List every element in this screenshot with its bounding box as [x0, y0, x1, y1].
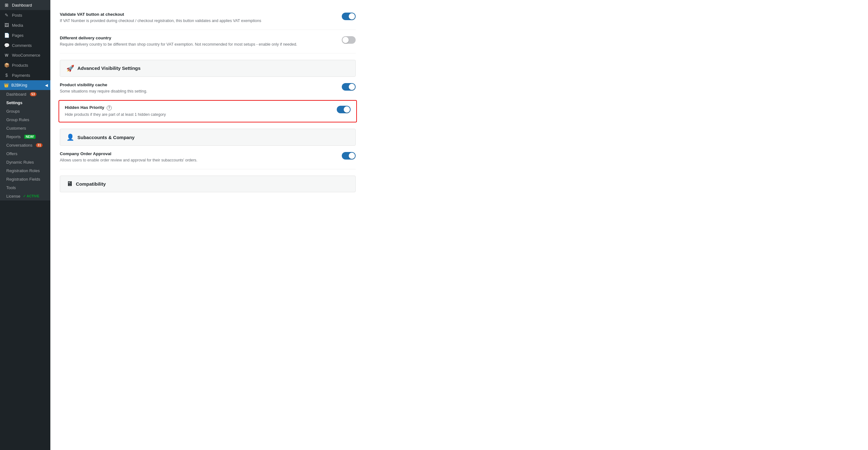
rocket-icon: 🚀: [66, 65, 74, 72]
sub-reports-label: Reports: [6, 134, 21, 139]
vat-validate-toggle[interactable]: [342, 12, 355, 20]
hidden-has-priority-thumb: [344, 106, 350, 112]
sidebar-item-media[interactable]: 🖼 Media: [0, 20, 50, 30]
sidebar-item-sub-dynamic-rules[interactable]: Dynamic Rules: [0, 158, 50, 166]
company-order-approval-desc: Allows users to enable order review and …: [60, 157, 329, 163]
sidebar-label-b2bking: B2BKing: [11, 83, 27, 88]
setting-product-visibility-cache: Product visibility cache Some situations…: [60, 77, 355, 100]
setting-hidden-has-priority-highlighted: Hidden Has Priority ? Hide products if t…: [59, 100, 357, 122]
vat-validate-track[interactable]: [342, 12, 355, 20]
sub-registration-roles-label: Registration Roles: [6, 168, 40, 173]
reports-badge: NEW!: [24, 135, 36, 139]
different-delivery-toggle[interactable]: [342, 36, 355, 44]
sidebar-label-products: Products: [12, 63, 28, 68]
sidebar-label-woocommerce: WooCommerce: [12, 53, 40, 58]
sidebar-label-pages: Pages: [12, 33, 24, 38]
sub-groups-label: Groups: [6, 109, 20, 114]
setting-vat-validate: Validate VAT button at checkout If VAT N…: [60, 6, 355, 30]
sidebar-item-pages[interactable]: 📄 Pages: [0, 30, 50, 40]
sub-conversations-label: Conversations: [6, 143, 32, 148]
sidebar-item-products[interactable]: 📦 Products: [0, 60, 50, 70]
advanced-visibility-title: Advanced Visibility Settings: [78, 65, 141, 71]
b2bking-arrow-icon: ◀: [45, 83, 48, 88]
sidebar-item-sub-customers[interactable]: Customers: [0, 124, 50, 132]
b2bking-icon: 👑: [4, 83, 9, 88]
sub-registration-fields-label: Registration Fields: [6, 177, 40, 182]
main-content: Validate VAT button at checkout If VAT N…: [50, 0, 868, 450]
different-delivery-thumb: [342, 37, 349, 43]
sidebar-item-sub-offers[interactable]: Offers: [0, 150, 50, 158]
sidebar-item-sub-conversations[interactable]: Conversations 31: [0, 141, 50, 150]
license-active-indicator: ✓ ACTIVE: [23, 194, 39, 198]
settings-panel: Validate VAT button at checkout If VAT N…: [50, 0, 365, 199]
payments-icon: $: [4, 73, 9, 78]
sidebar-item-sub-registration-roles[interactable]: Registration Roles: [0, 166, 50, 175]
sidebar-item-sub-license[interactable]: License ✓ ACTIVE: [0, 192, 50, 200]
sidebar-item-sub-groups[interactable]: Groups: [0, 107, 50, 116]
posts-icon: ✎: [4, 12, 9, 18]
sidebar-item-sub-group-rules[interactable]: Group Rules: [0, 116, 50, 124]
compatibility-title: Compatibility: [76, 181, 106, 187]
sidebar-label-media: Media: [12, 23, 23, 28]
subaccounts-company-header: 👤 Subaccounts & Company: [60, 129, 355, 146]
sidebar-item-payments[interactable]: $ Payments: [0, 70, 50, 80]
sidebar-label-posts: Posts: [12, 13, 22, 18]
comments-icon: 💬: [4, 43, 9, 48]
sidebar-item-woocommerce[interactable]: W WooCommerce: [0, 50, 50, 60]
media-icon: 🖼: [4, 23, 9, 28]
dashboard-icon: ⊞: [4, 2, 9, 7]
conversations-badge: 31: [36, 143, 42, 147]
sidebar-label-dashboard: Dashboard: [12, 3, 32, 7]
product-visibility-cache-toggle[interactable]: [342, 83, 355, 91]
company-order-approval-thumb: [349, 153, 355, 159]
pages-icon: 📄: [4, 33, 9, 38]
compatibility-icon: 🖥: [66, 180, 73, 188]
sidebar-item-sub-tools[interactable]: Tools: [0, 184, 50, 192]
setting-company-order-approval: Company Order Approval Allows users to e…: [60, 146, 355, 169]
hidden-has-priority-toggle[interactable]: [337, 106, 350, 113]
vat-validate-label: Validate VAT button at checkout: [60, 12, 329, 17]
product-visibility-cache-desc: Some situations may require disabling th…: [60, 89, 329, 94]
vat-validate-desc: If VAT Number is provided during checkou…: [60, 18, 329, 24]
dashboard-badge: 53: [30, 92, 36, 96]
sidebar-item-sub-reports[interactable]: Reports NEW!: [0, 132, 50, 141]
sidebar: ⊞ Dashboard ✎ Posts 🖼 Media 📄 Pages 💬 Co…: [0, 0, 50, 450]
sidebar-item-b2bking[interactable]: 👑 B2BKing ◀: [0, 80, 50, 90]
question-icon[interactable]: ?: [107, 105, 112, 110]
sidebar-item-posts[interactable]: ✎ Posts: [0, 10, 50, 20]
sidebar-item-sub-dashboard[interactable]: Dashboard 53: [0, 90, 50, 98]
sidebar-item-sub-settings[interactable]: Settings: [0, 98, 50, 107]
subaccounts-company-title: Subaccounts & Company: [78, 135, 135, 140]
different-delivery-track[interactable]: [342, 36, 355, 44]
sub-group-rules-label: Group Rules: [6, 117, 29, 122]
sidebar-item-dashboard[interactable]: ⊞ Dashboard: [0, 0, 50, 10]
sidebar-item-sub-registration-fields[interactable]: Registration Fields: [0, 175, 50, 184]
b2bking-submenu: Dashboard 53 Settings Groups Group Rules…: [0, 90, 50, 200]
hidden-has-priority-desc: Hide products if they are part of at lea…: [65, 112, 324, 118]
company-order-approval-toggle[interactable]: [342, 152, 355, 160]
products-icon: 📦: [4, 63, 9, 68]
sub-offers-label: Offers: [6, 151, 17, 156]
company-order-approval-track[interactable]: [342, 152, 355, 160]
sidebar-item-comments[interactable]: 💬 Comments: [0, 40, 50, 50]
sub-license-label: License: [6, 194, 21, 199]
advanced-visibility-header: 🚀 Advanced Visibility Settings: [60, 60, 355, 77]
sub-dashboard-label: Dashboard: [6, 92, 26, 97]
sidebar-label-comments: Comments: [12, 43, 32, 48]
company-order-approval-label: Company Order Approval: [60, 151, 329, 156]
compatibility-header: 🖥 Compatibility: [60, 175, 355, 192]
sub-tools-label: Tools: [6, 185, 16, 190]
product-visibility-cache-label: Product visibility cache: [60, 83, 329, 87]
sub-dynamic-rules-label: Dynamic Rules: [6, 160, 34, 165]
hidden-has-priority-label: Hidden Has Priority ?: [65, 105, 324, 110]
setting-different-delivery: Different delivery country Require deliv…: [60, 30, 355, 54]
sub-settings-label: Settings: [6, 100, 22, 105]
woocommerce-icon: W: [4, 53, 9, 58]
different-delivery-desc: Require delivery country to be different…: [60, 41, 329, 47]
different-delivery-label: Different delivery country: [60, 36, 329, 40]
sidebar-label-payments: Payments: [12, 73, 30, 78]
product-visibility-cache-thumb: [349, 84, 355, 90]
sub-customers-label: Customers: [6, 126, 26, 131]
hidden-has-priority-track[interactable]: [337, 106, 350, 113]
product-visibility-cache-track[interactable]: [342, 83, 355, 91]
